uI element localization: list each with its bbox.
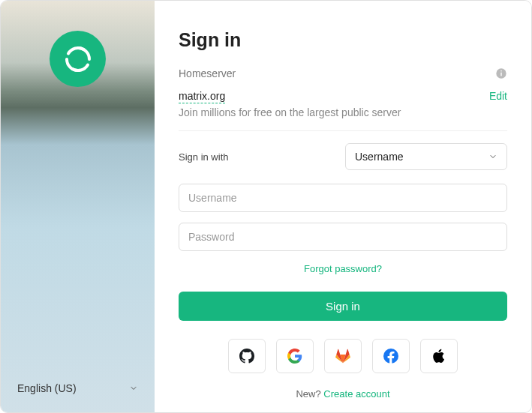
divider bbox=[179, 130, 507, 131]
chevron-down-icon bbox=[129, 384, 138, 393]
svg-rect-2 bbox=[500, 70, 501, 71]
homeserver-row: matrix.org Edit bbox=[179, 90, 507, 103]
homeserver-value[interactable]: matrix.org bbox=[179, 90, 225, 103]
signin-with-label: Sign in with bbox=[179, 151, 228, 163]
google-icon bbox=[287, 349, 302, 364]
language-selector[interactable]: English (US) bbox=[16, 378, 140, 399]
homeserver-edit-link[interactable]: Edit bbox=[489, 90, 507, 102]
gitlab-icon bbox=[335, 349, 350, 364]
element-logo-icon bbox=[63, 44, 93, 74]
signin-button[interactable]: Sign in bbox=[179, 292, 507, 321]
username-field[interactable] bbox=[179, 184, 507, 212]
svg-rect-1 bbox=[500, 73, 501, 76]
apple-icon bbox=[431, 349, 446, 364]
signin-method-row: Sign in with Username bbox=[179, 143, 507, 170]
new-prompt: New? bbox=[296, 388, 323, 400]
signin-method-select[interactable]: Username bbox=[345, 143, 507, 170]
create-account-link[interactable]: Create account bbox=[323, 388, 389, 400]
forgot-row: Forgot password? bbox=[179, 262, 507, 275]
homeserver-description: Join millions for free on the largest pu… bbox=[179, 106, 507, 118]
github-icon bbox=[239, 349, 254, 364]
facebook-icon bbox=[383, 349, 398, 364]
oauth-google-button[interactable] bbox=[276, 339, 314, 373]
password-field[interactable] bbox=[179, 223, 507, 251]
homeserver-label: Homeserver bbox=[179, 67, 236, 79]
oauth-github-button[interactable] bbox=[228, 339, 266, 373]
oauth-gitlab-button[interactable] bbox=[324, 339, 362, 373]
language-label: English (US) bbox=[17, 382, 77, 394]
page-title: Sign in bbox=[179, 29, 507, 51]
left-panel: English (US) bbox=[1, 1, 155, 412]
app-logo bbox=[50, 31, 106, 87]
chevron-down-icon bbox=[488, 152, 497, 161]
oauth-row bbox=[179, 339, 507, 373]
signin-method-value: Username bbox=[355, 151, 404, 163]
oauth-apple-button[interactable] bbox=[420, 339, 458, 373]
homeserver-header: Homeserver bbox=[179, 67, 507, 79]
signin-panel: Sign in Homeserver matrix.org Edit Join … bbox=[155, 1, 531, 412]
forgot-password-link[interactable]: Forgot password? bbox=[304, 263, 382, 274]
info-icon[interactable] bbox=[495, 67, 507, 79]
signup-row: New? Create account bbox=[179, 388, 507, 400]
oauth-facebook-button[interactable] bbox=[372, 339, 410, 373]
